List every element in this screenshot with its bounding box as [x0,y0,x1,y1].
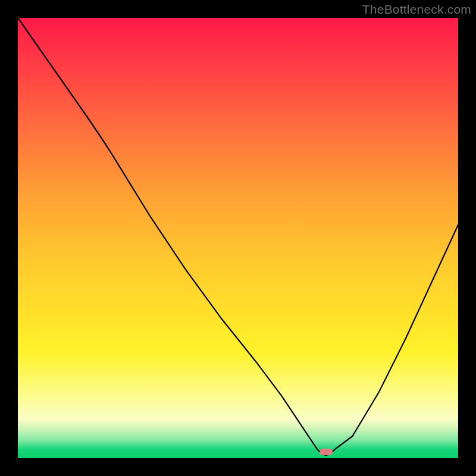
curve-path [18,18,458,458]
plot-area [18,18,458,458]
optimal-marker [320,449,333,455]
watermark-text: TheBottleneck.com [362,2,471,17]
chart-frame: TheBottleneck.com [0,0,476,476]
